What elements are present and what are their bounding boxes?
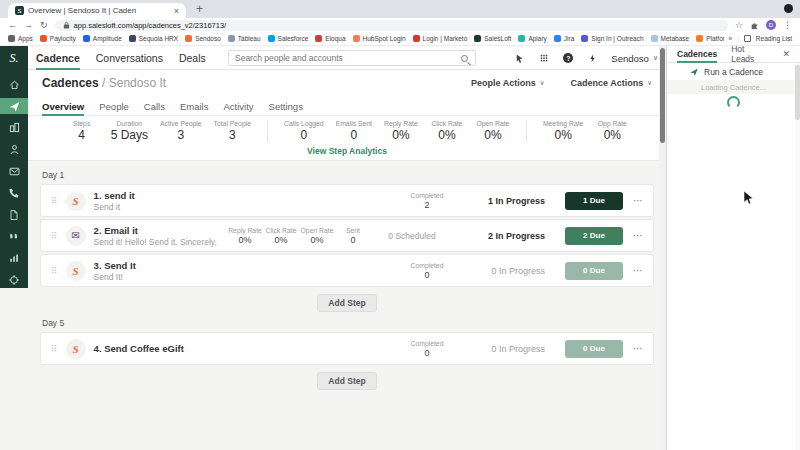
back-icon[interactable]: ←	[8, 21, 17, 30]
more-menu-icon[interactable]: ⋯	[631, 195, 645, 206]
home-icon	[8, 78, 21, 91]
nav-item-cadence[interactable]: Cadence	[36, 46, 80, 70]
bookmark-star-icon[interactable]: ☆	[735, 21, 743, 30]
tab-overview[interactable]: Overview	[42, 96, 84, 116]
sidebar-item-people[interactable]	[0, 141, 28, 158]
sidebar-item-notes[interactable]	[0, 206, 28, 223]
step-subtitle: Send It!	[94, 272, 401, 282]
tab-close-icon[interactable]: ×	[174, 6, 179, 16]
sidebar-item-settings[interactable]	[0, 271, 28, 288]
bookmark-item[interactable]: Login | Marketo	[413, 35, 468, 42]
more-menu-icon[interactable]: ⋯	[631, 343, 645, 354]
bookmark-item[interactable]: Amplitude	[83, 35, 122, 42]
add-step-button[interactable]: Add Step	[317, 294, 376, 312]
dialer-keypad-icon[interactable]	[538, 52, 550, 64]
drag-handle-icon[interactable]: ⠿	[51, 266, 58, 276]
sidebar-item-calls[interactable]	[0, 185, 28, 202]
help-icon[interactable]: ?	[563, 53, 573, 63]
sidebar-item-analytics[interactable]	[0, 250, 28, 267]
tab-calls[interactable]: Calls	[144, 96, 165, 116]
due-button[interactable]: 0 Due	[565, 262, 623, 280]
loading-status: Loading Cadence...	[667, 80, 800, 94]
more-menu-icon[interactable]: ⋯	[631, 265, 645, 276]
step-row-1[interactable]: ⠿ S 1. send it Send it Completed2 1 In P…	[40, 184, 654, 217]
live-feed-icon[interactable]	[513, 52, 525, 64]
sidebar-item-home[interactable]	[0, 76, 28, 93]
people-actions-button[interactable]: People Actions∨	[471, 78, 544, 88]
bookmark-item[interactable]: Salesforce	[268, 35, 309, 42]
step-title: 4. Send Coffee eGift	[94, 343, 401, 354]
tab-emails[interactable]: Emails	[180, 96, 209, 116]
run-a-cadence-button[interactable]: Run a Cadence	[667, 63, 800, 80]
new-tab-button[interactable]: +	[196, 2, 203, 16]
search-input[interactable]	[229, 53, 461, 63]
day-label: Day 5	[42, 318, 652, 328]
bookmark-item[interactable]: HubSpot Login	[353, 35, 406, 42]
step-row-2[interactable]: ⠿ ✉ 2. Email it Send it! Hello! Send it.…	[40, 219, 654, 252]
forward-icon[interactable]: →	[24, 21, 33, 30]
screen: S Overview | Sendoso It | Caden × + ← → …	[0, 0, 800, 450]
bookmark-item[interactable]: Eloqua	[315, 35, 345, 42]
bookmarks-overflow-icon[interactable]: »	[729, 35, 733, 42]
reading-list-button[interactable]: Reading List	[756, 35, 792, 42]
bookmark-item[interactable]: Paylocity	[40, 35, 76, 42]
bookmark-item[interactable]: Jira	[554, 35, 574, 42]
tab-activity[interactable]: Activity	[223, 96, 253, 116]
panel-tab-cadences[interactable]: Cadences	[677, 46, 717, 63]
tab-settings[interactable]: Settings	[269, 96, 303, 116]
more-menu-icon[interactable]: ⋯	[631, 230, 645, 241]
sidebar-item-cadences[interactable]	[0, 98, 28, 115]
bookmark-item[interactable]: SalesLoft	[474, 35, 511, 42]
drag-handle-icon[interactable]: ⠿	[51, 231, 58, 241]
salesloft-logo[interactable]: S.	[0, 46, 28, 70]
nav-item-deals[interactable]: Deals	[179, 46, 206, 70]
step-subtitle: Send it! Hello! Send it. Sincerely, Send…	[94, 237, 219, 247]
hot-leads-bolt-icon[interactable]	[586, 52, 598, 64]
drag-handle-icon[interactable]: ⠿	[51, 196, 58, 206]
breadcrumb: Cadences / Sendoso It	[42, 76, 166, 90]
global-search[interactable]	[228, 50, 476, 66]
scrollbar[interactable]	[659, 46, 666, 450]
bookmarks-bar: Apps Paylocity Amplitude Sequoia HRX Sen…	[0, 32, 800, 46]
scrollbar-thumb[interactable]	[795, 65, 800, 120]
extensions-icon[interactable]	[750, 21, 759, 30]
sidebar-item-accounts[interactable]	[0, 119, 28, 136]
bookmark-item[interactable]: Sequoia HRX	[129, 35, 178, 42]
sidebar-lower-area	[0, 288, 28, 450]
bookmark-item[interactable]: Sign In | Outreach	[581, 35, 643, 42]
bookmark-item[interactable]: Sendoso	[185, 35, 221, 42]
add-step-button[interactable]: Add Step	[317, 372, 376, 390]
browser-tabstrip: S Overview | Sendoso It | Caden × +	[0, 0, 800, 18]
sidebar-item-conversations[interactable]	[0, 228, 28, 245]
bookmark-apps[interactable]: Apps	[8, 35, 33, 42]
reload-icon[interactable]: ↻	[40, 21, 48, 30]
nav-item-conversations[interactable]: Conversations	[96, 46, 163, 70]
tab-people[interactable]: People	[99, 96, 129, 116]
panel-tab-hot-leads[interactable]: Hot Leads	[731, 46, 768, 63]
panel-scrollbar[interactable]	[795, 63, 800, 450]
due-button[interactable]: 1 Due	[565, 192, 623, 210]
address-bar[interactable]: app.salesloft.com/app/cadences_v2/231671…	[55, 20, 728, 31]
step-row-3[interactable]: ⠿ S 3. Send It Send It! Completed0 0 In …	[40, 254, 654, 287]
profile-avatar[interactable]: D	[766, 20, 776, 30]
account-menu[interactable]: Sendoso∨	[611, 53, 658, 64]
drag-handle-icon[interactable]: ⠿	[51, 344, 58, 354]
browser-menu-icon[interactable]: ⋮	[783, 21, 792, 30]
bookmark-item[interactable]: Apiary	[518, 35, 546, 42]
step-row-4[interactable]: ⠿ S 4. Send Coffee eGift Completed0 0 In…	[40, 332, 654, 365]
bookmark-icon	[40, 35, 47, 42]
bookmark-item[interactable]: Tableau	[228, 35, 261, 42]
due-button[interactable]: 2 Due	[565, 227, 623, 245]
window-control[interactable]	[784, 4, 793, 13]
bookmark-item[interactable]: Metabase	[651, 35, 690, 42]
chevron-down-icon: ∨	[653, 54, 658, 62]
sendoso-step-icon: S	[66, 261, 86, 281]
due-button[interactable]: 0 Due	[565, 340, 623, 358]
browser-tab[interactable]: S Overview | Sendoso It | Caden ×	[8, 3, 186, 18]
sidebar-item-email[interactable]	[0, 163, 28, 180]
close-icon[interactable]: ✕	[782, 49, 790, 59]
view-step-analytics-link[interactable]: View Step Analytics	[307, 146, 387, 156]
breadcrumb-root[interactable]: Cadences	[42, 76, 99, 90]
cadence-actions-button[interactable]: Cadence Actions∨	[571, 78, 652, 88]
scrollbar-thumb[interactable]	[660, 48, 665, 143]
